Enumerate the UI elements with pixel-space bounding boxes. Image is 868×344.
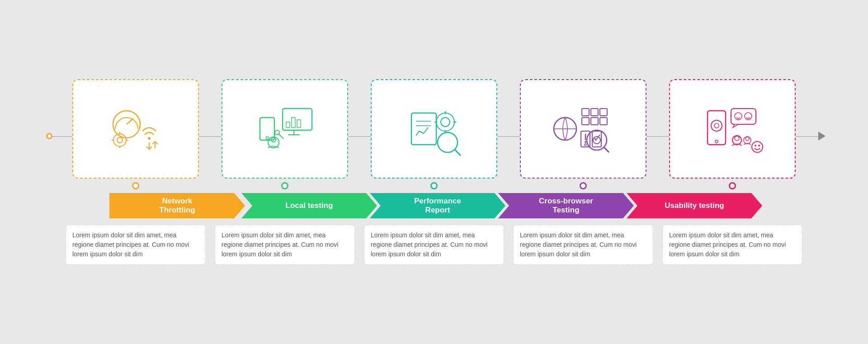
banner-4: Cross-browser Testing (498, 193, 634, 218)
desc-2-text: Lorem ipsum dolor sit dim amet, mea regi… (222, 231, 338, 258)
svg-rect-12 (286, 122, 290, 127)
banner-3: Performance Report (370, 193, 505, 218)
svg-rect-21 (411, 113, 436, 145)
svg-line-41 (604, 147, 609, 152)
dot-4 (580, 182, 587, 189)
svg-point-46 (585, 141, 586, 143)
svg-rect-14 (297, 120, 301, 127)
desc-5-text: Lorem ipsum dolor sit dim amet, mea regi… (669, 231, 786, 258)
svg-point-44 (585, 144, 586, 146)
svg-rect-39 (600, 118, 607, 125)
desc-3-text: Lorem ipsum dolor sit dim amet, mea regi… (371, 231, 487, 258)
svg-rect-13 (292, 118, 295, 127)
card-box-4 (520, 79, 646, 179)
description-row: Lorem ipsum dolor sit dim amet, mea regi… (23, 225, 845, 265)
desc-2: Lorem ipsum dolor sit dim amet, mea regi… (215, 225, 355, 265)
svg-point-55 (732, 136, 741, 145)
dot-5 (729, 182, 736, 189)
dot-1 (132, 182, 139, 189)
svg-point-20 (275, 130, 279, 135)
card-network-throttling (66, 79, 206, 193)
card-performance-report (364, 79, 504, 193)
svg-rect-38 (591, 118, 598, 125)
svg-point-3 (117, 137, 123, 143)
dot-3 (430, 182, 438, 189)
svg-rect-34 (582, 108, 589, 116)
banner-3-label: Performance Report (414, 197, 461, 215)
performance-report-icon (400, 95, 468, 163)
desc-3: Lorem ipsum dolor sit dim amet, mea regi… (364, 225, 504, 265)
cards-row (23, 79, 845, 193)
desc-5: Lorem ipsum dolor sit dim amet, mea regi… (662, 225, 802, 265)
card-local-testing (215, 79, 355, 193)
svg-point-49 (715, 140, 718, 143)
card-box-1 (72, 79, 199, 179)
banner-2-label: Local testing (286, 201, 333, 210)
svg-line-31 (454, 149, 461, 156)
banner-1-label: Network Throttling (159, 197, 195, 215)
cross-browser-icon (549, 95, 617, 163)
svg-point-50 (711, 120, 722, 131)
banner-row: Network Throttling Local testing Perform… (23, 193, 845, 218)
svg-rect-35 (591, 108, 598, 116)
svg-point-58 (745, 137, 749, 141)
banner-5-label: Usability testing (665, 201, 724, 210)
desc-4: Lorem ipsum dolor sit dim amet, mea regi… (513, 225, 653, 265)
dot-2 (281, 182, 288, 189)
svg-point-51 (714, 123, 719, 128)
banner-5: Usability testing (627, 193, 762, 218)
banner-2: Local testing (241, 193, 377, 218)
infographic: Network Throttling Local testing Perform… (23, 19, 845, 326)
card-usability-testing (662, 79, 802, 193)
svg-point-60 (755, 145, 756, 146)
desc-1: Lorem ipsum dolor sit dim amet, mea regi… (66, 225, 206, 265)
card-box-5 (669, 79, 796, 179)
local-testing-icon (251, 95, 319, 163)
card-box-3 (371, 79, 497, 179)
svg-point-8 (148, 137, 151, 140)
svg-point-61 (758, 145, 760, 146)
svg-point-42 (593, 137, 600, 144)
desc-1-text: Lorem ipsum dolor sit dim amet, mea regi… (72, 231, 189, 258)
svg-point-24 (436, 113, 454, 131)
svg-point-57 (744, 137, 751, 144)
svg-rect-36 (600, 108, 607, 116)
svg-point-16 (266, 137, 269, 139)
banner-4-label: Cross-browser Testing (539, 197, 593, 215)
usability-testing-icon (698, 95, 766, 163)
desc-4-text: Lorem ipsum dolor sit dim amet, mea regi… (520, 231, 637, 258)
card-box-2 (222, 79, 348, 179)
network-throttling-icon (102, 95, 170, 163)
svg-line-1 (127, 118, 133, 124)
card-cross-browser (513, 79, 653, 193)
svg-point-59 (752, 141, 763, 152)
svg-rect-37 (582, 118, 589, 125)
svg-point-56 (735, 136, 739, 141)
svg-point-25 (441, 118, 450, 127)
banner-1: Network Throttling (109, 193, 245, 218)
